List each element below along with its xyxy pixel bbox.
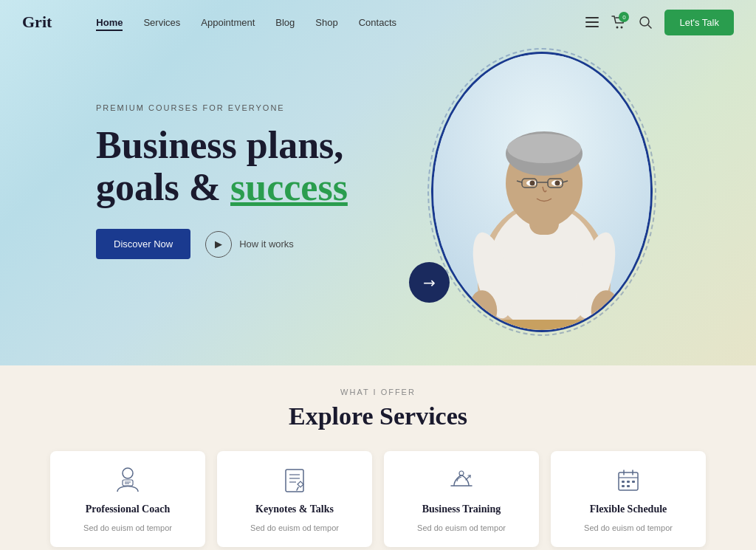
svg-rect-45 xyxy=(627,485,630,487)
svg-rect-0 xyxy=(585,17,599,18)
hero-image-container: ↗ xyxy=(416,37,667,347)
svg-point-5 xyxy=(640,17,649,26)
coach-icon xyxy=(111,464,144,496)
service-card-training[interactable]: Business Training Sed do euism od tempor xyxy=(384,451,539,547)
training-title: Business Training xyxy=(422,503,501,515)
svg-rect-1 xyxy=(585,21,599,23)
services-label: What I Offer xyxy=(340,388,416,396)
service-card-schedule[interactable]: Flexible Schedule Sed do euism od tempor xyxy=(551,451,706,547)
nav-shop[interactable]: Shop xyxy=(315,17,337,28)
cart-badge: 0 xyxy=(619,12,629,22)
svg-point-27 xyxy=(123,468,133,478)
svg-rect-43 xyxy=(632,481,635,483)
menu-icon[interactable] xyxy=(585,15,599,30)
service-card-keynotes[interactable]: Keynotes & Talks Sed do euism od tempor xyxy=(217,451,372,547)
svg-point-36 xyxy=(459,471,464,475)
nav-contacts[interactable]: Contacts xyxy=(359,17,396,28)
svg-rect-2 xyxy=(585,26,599,27)
svg-rect-28 xyxy=(123,480,133,486)
svg-rect-42 xyxy=(627,481,630,483)
keynotes-desc: Sed do euism od tempor xyxy=(250,523,339,534)
hero-title-line1: Business plans, xyxy=(96,124,343,166)
services-title: Explore Services xyxy=(289,402,467,430)
svg-point-12 xyxy=(507,134,581,163)
hero-title-line2: goals & xyxy=(96,166,221,208)
hero-content: Premium Courses For Everyone Business pl… xyxy=(96,103,428,259)
header-actions: 0 Let's Talk xyxy=(585,10,734,35)
schedule-desc: Sed do euism od tempor xyxy=(584,523,673,534)
schedule-title: Flexible Schedule xyxy=(590,503,667,515)
navigation: Home Services Appointment Blog Shop Cont… xyxy=(96,17,585,28)
services-section: What I Offer Explore Services Profession… xyxy=(0,365,756,550)
service-card-coach[interactable]: Professional Coach Sed do euism od tempo… xyxy=(50,451,205,547)
search-icon[interactable] xyxy=(638,15,653,30)
logo: Grit xyxy=(22,13,52,32)
svg-rect-44 xyxy=(622,485,625,487)
how-it-works-label: How it works xyxy=(239,238,294,250)
training-icon xyxy=(445,464,478,496)
svg-line-35 xyxy=(297,487,298,490)
svg-rect-41 xyxy=(622,481,625,483)
training-desc: Sed do euism od tempor xyxy=(417,523,506,534)
nav-blog[interactable]: Blog xyxy=(275,17,295,28)
arrow-icon: ↗ xyxy=(419,272,440,293)
play-icon: ▶ xyxy=(205,231,232,258)
schedule-icon xyxy=(612,464,645,496)
nav-appointment[interactable]: Appointment xyxy=(201,17,255,28)
scroll-arrow-button[interactable]: ↗ xyxy=(409,262,450,303)
services-cards: Professional Coach Sed do euism od tempo… xyxy=(6,451,750,547)
lets-talk-button[interactable]: Let's Talk xyxy=(664,10,734,35)
keynotes-icon xyxy=(278,464,311,496)
hero-subtitle: Premium Courses For Everyone xyxy=(96,103,428,112)
coach-desc: Sed do euism od tempor xyxy=(83,523,172,534)
hero-oval xyxy=(431,52,653,332)
coach-title: Professional Coach xyxy=(86,503,170,515)
keynotes-title: Keynotes & Talks xyxy=(255,503,334,515)
how-it-works-button[interactable]: ▶ How it works xyxy=(205,231,294,258)
svg-point-3 xyxy=(616,27,619,29)
cart-icon[interactable]: 0 xyxy=(611,15,626,30)
header: Grit Home Services Appointment Blog Shop… xyxy=(0,0,756,44)
svg-point-4 xyxy=(621,27,623,29)
hero-title-success: success xyxy=(230,166,348,208)
nav-services[interactable]: Services xyxy=(143,17,180,28)
svg-point-15 xyxy=(530,181,535,186)
hero-title: Business plans, goals & success xyxy=(96,124,428,208)
discover-now-button[interactable]: Discover Now xyxy=(96,229,190,259)
hero-actions: Discover Now ▶ How it works xyxy=(96,229,428,259)
svg-rect-31 xyxy=(286,470,303,492)
nav-home[interactable]: Home xyxy=(96,17,123,28)
svg-point-16 xyxy=(555,181,560,186)
